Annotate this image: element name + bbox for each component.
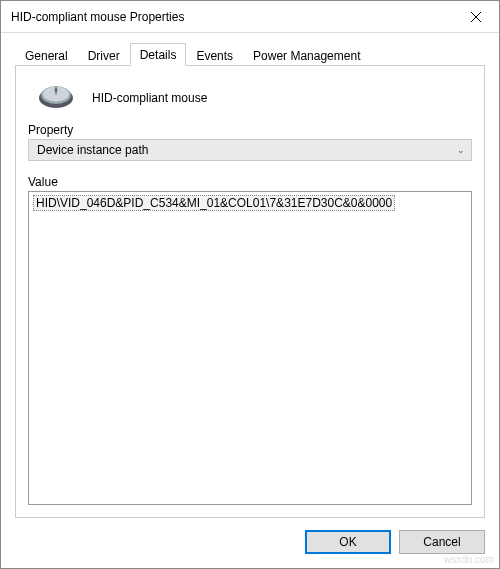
tab-body: HID-compliant mouse Property Device inst… (15, 66, 485, 518)
tab-events[interactable]: Events (186, 45, 243, 66)
cancel-button[interactable]: Cancel (399, 530, 485, 554)
dialog-buttons: OK Cancel (1, 518, 499, 568)
value-label: Value (28, 175, 472, 189)
mouse-icon (36, 82, 76, 113)
close-icon (471, 12, 481, 22)
tab-power-management[interactable]: Power Management (243, 45, 370, 66)
content-area: General Driver Details Events Power Mana… (1, 33, 499, 518)
device-header: HID-compliant mouse (28, 80, 472, 123)
tab-driver[interactable]: Driver (78, 45, 130, 66)
properties-window: HID-compliant mouse Properties General D… (0, 0, 500, 569)
ok-button[interactable]: OK (305, 530, 391, 554)
tab-details[interactable]: Details (130, 43, 187, 66)
titlebar: HID-compliant mouse Properties (1, 1, 499, 33)
value-item[interactable]: HID\VID_046D&PID_C534&MI_01&COL01\7&31E7… (33, 195, 395, 211)
tab-strip: General Driver Details Events Power Mana… (15, 43, 485, 66)
svg-point-6 (55, 87, 58, 92)
property-label: Property (28, 123, 472, 137)
close-button[interactable] (453, 1, 499, 33)
window-title: HID-compliant mouse Properties (1, 10, 184, 24)
tab-general[interactable]: General (15, 45, 78, 66)
chevron-down-icon: ⌄ (457, 145, 465, 155)
device-name: HID-compliant mouse (92, 91, 207, 105)
property-selected: Device instance path (37, 143, 148, 157)
value-listbox[interactable]: HID\VID_046D&PID_C534&MI_01&COL01\7&31E7… (28, 191, 472, 505)
property-dropdown[interactable]: Device instance path ⌄ (28, 139, 472, 161)
